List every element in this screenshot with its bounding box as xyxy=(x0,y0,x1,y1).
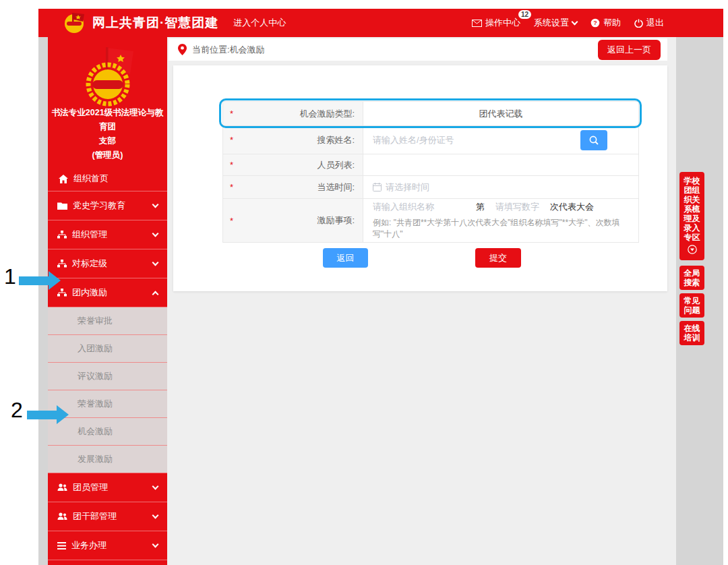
action-center-badge: 12 xyxy=(518,10,531,19)
incentive-matter-cell: 请输入组织名称 第 请填写数字 次代表大会 例如: "共青团**大学第十八次代表… xyxy=(363,199,638,242)
field-label: * 当选时间: xyxy=(223,176,363,198)
person-list-label: 人员列表: xyxy=(317,159,355,171)
sidebar-subitem-review-incentive[interactable]: 评议激励 xyxy=(48,362,167,390)
right-column: 学校团组织关系梳理及录入专区 全局搜索 常见问题 在线培训 xyxy=(676,37,723,565)
question-circle-icon: ? xyxy=(590,18,600,28)
sidebar-subitem-join-incentive[interactable]: 入团激励 xyxy=(48,334,167,362)
list-icon xyxy=(57,542,66,549)
envelope-icon xyxy=(472,20,482,27)
required-mark: * xyxy=(230,182,233,192)
back-to-previous-page-button[interactable]: 返回上一页 xyxy=(598,40,661,60)
field-label: * 激励事项: xyxy=(223,199,363,242)
elected-time-label: 当选时间: xyxy=(317,181,355,194)
app-title: 网上共青团·智慧团建 xyxy=(92,14,218,32)
help-menu[interactable]: ? 帮助 xyxy=(590,17,621,29)
incentive-matter-inputs: 请输入组织名称 第 请填写数字 次代表大会 xyxy=(373,201,632,213)
power-icon xyxy=(634,19,643,28)
sidebar-subitem-label: 荣誉激励 xyxy=(78,398,113,410)
sidebar-subitem-development-incentive[interactable]: 发展激励 xyxy=(48,445,167,473)
svg-text:?: ? xyxy=(593,20,597,26)
left-gutter xyxy=(38,37,48,565)
return-button[interactable]: 返回 xyxy=(323,248,368,268)
sidebar-subitem-label: 发展激励 xyxy=(78,453,113,465)
org-name: 书法专业2021级书法理论与教育团 支部 (管理员) xyxy=(48,105,167,167)
sidebar-item-home[interactable]: 组织首页 xyxy=(48,167,167,191)
top-header: 网上共青团·智慧团建 进入个人中心 操作中心 12 系统设置 ? 帮助 xyxy=(38,9,723,37)
chevron-down-icon xyxy=(572,19,578,26)
search-name-input[interactable]: 请输入姓名/身份证号 xyxy=(373,134,454,146)
person-list-value xyxy=(363,154,638,175)
incentive-type-value[interactable]: 团代表记载 xyxy=(363,102,638,125)
location-pin-icon xyxy=(178,44,187,55)
sidebar-item-business-handling[interactable]: 业务办理 xyxy=(48,531,167,560)
sitemap-icon xyxy=(57,231,67,239)
sidebar-item-league-incentive[interactable]: 团内激励 xyxy=(48,278,167,307)
help-label: 帮助 xyxy=(603,17,621,29)
chevron-down-icon xyxy=(152,231,159,237)
logout-menu[interactable]: 退出 xyxy=(634,17,664,29)
users-icon xyxy=(57,483,67,492)
action-center-menu[interactable]: 操作中心 12 xyxy=(472,17,520,29)
elected-time-picker[interactable]: 请选择时间 xyxy=(363,176,638,198)
chevron-up-icon xyxy=(152,291,159,297)
tab-school-org-relation-zone[interactable]: 学校团组织关系梳理及录入专区 xyxy=(679,172,704,260)
tab-faq[interactable]: 常见问题 xyxy=(679,293,704,318)
sidebar-item-home-label: 组织首页 xyxy=(73,173,109,185)
tab-global-search[interactable]: 全局搜索 xyxy=(679,266,704,290)
sidebar-item-label: 对标定级 xyxy=(72,258,107,270)
sidebar-item-label: 党史学习教育 xyxy=(73,200,125,212)
submit-button[interactable]: 提交 xyxy=(475,248,521,268)
org-name-line2: 支部 xyxy=(51,134,164,148)
form-row-incentive-type: * 机会激励类型: 团代表记载 xyxy=(223,102,638,126)
sidebar-item-benchmark-rating[interactable]: 对标定级 xyxy=(48,249,167,278)
search-icon xyxy=(589,136,599,145)
incentive-type-label: 机会激励类型: xyxy=(299,108,355,120)
session-number-input[interactable]: 请填写数字 xyxy=(495,201,539,213)
search-name-label: 搜索姓名: xyxy=(317,134,355,146)
sitemap-icon xyxy=(57,260,67,268)
sidebar-item-label: 团员管理 xyxy=(73,481,108,494)
main-content: 当前位置:机会激励 返回上一页 * 机会激励类型: 团代表记载 xyxy=(167,37,676,565)
chevron-down-icon xyxy=(152,512,159,519)
search-button[interactable] xyxy=(580,130,607,150)
chevron-down-icon xyxy=(152,260,159,266)
action-center-label: 操作中心 xyxy=(485,17,520,29)
header-right-nav: 操作中心 12 系统设置 ? 帮助 退出 xyxy=(472,17,664,29)
sidebar-item-org-management[interactable]: 组织管理 xyxy=(48,220,167,249)
di-text: 第 xyxy=(476,201,485,213)
enter-personal-center-link[interactable]: 进入个人中心 xyxy=(233,17,286,29)
sidebar-item-cadre-management[interactable]: 团干部管理 xyxy=(48,502,167,531)
tab-online-training[interactable]: 在线培训 xyxy=(679,321,704,345)
form-row-elected-time: * 当选时间: 请选择时间 xyxy=(223,176,638,199)
system-settings-menu[interactable]: 系统设置 xyxy=(534,17,577,29)
org-name-input[interactable]: 请输入组织名称 xyxy=(373,201,434,213)
sidebar: 书法专业2021级书法理论与教育团 支部 (管理员) 组织首页 党史学习教育 组… xyxy=(48,37,167,565)
floating-tabs: 学校团组织关系梳理及录入专区 全局搜索 常见问题 在线培训 xyxy=(679,172,704,349)
sidebar-subitem-label: 评议激励 xyxy=(78,370,113,382)
annotation-number-1: 1 xyxy=(4,264,16,289)
required-mark: * xyxy=(230,109,233,119)
elected-time-placeholder: 请选择时间 xyxy=(386,181,429,194)
tab-label: 学校团组织关系梳理及录入专区 xyxy=(684,176,701,242)
congress-suffix-text: 次代表大会 xyxy=(550,201,594,213)
page: 网上共青团·智慧团建 进入个人中心 操作中心 12 系统设置 ? 帮助 xyxy=(0,0,728,565)
chevron-down-icon xyxy=(152,541,159,548)
sidebar-item-party-history[interactable]: 党史学习教育 xyxy=(48,191,167,220)
sidebar-subitem-honor-approval[interactable]: 荣誉审批 xyxy=(48,307,167,334)
sidebar-item-label: 团干部管理 xyxy=(73,510,117,523)
sidebar-item-label: 团内激励 xyxy=(72,287,107,299)
breadcrumb-bar: 当前位置:机会激励 返回上一页 xyxy=(169,38,667,61)
search-name-cell: 请输入姓名/身份证号 xyxy=(363,126,638,154)
required-mark: * xyxy=(230,216,233,226)
sidebar-subitem-label: 机会激励 xyxy=(78,425,113,438)
sidebar-item-member-management[interactable]: 团员管理 xyxy=(48,473,167,502)
sidebar-item-three-meetings[interactable]: 三会 xyxy=(48,560,167,565)
tab-label: 在线培训 xyxy=(684,324,701,343)
required-mark: * xyxy=(230,160,233,170)
sidebar-item-label: 业务办理 xyxy=(71,539,107,552)
incentive-type-text: 团代表记载 xyxy=(479,108,523,120)
required-mark: * xyxy=(230,135,233,145)
chevron-down-icon xyxy=(152,202,159,208)
annotation-number-2: 2 xyxy=(11,398,23,423)
org-name-line1: 书法专业2021级书法理论与教育团 xyxy=(51,106,164,134)
